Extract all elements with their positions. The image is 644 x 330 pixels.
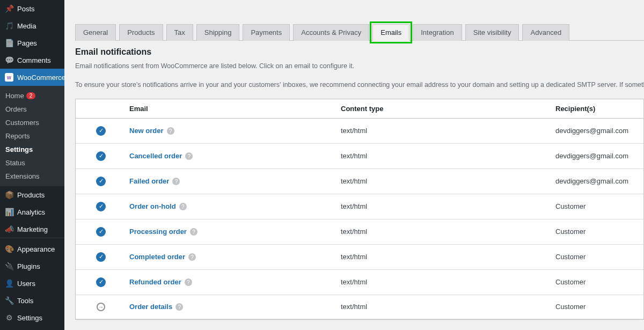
- table-row[interactable]: ✓Order on-hold?text/htmlCustomer: [76, 194, 643, 219]
- sidebar-item-marketing[interactable]: 📣 Marketing: [0, 221, 64, 238]
- sidebar-item-label: Pages: [17, 39, 37, 47]
- sidebar-item-label: Posts: [17, 5, 35, 13]
- help-icon[interactable]: ?: [188, 253, 196, 261]
- table-row[interactable]: ✓Refunded order?text/htmlCustomer: [76, 270, 643, 295]
- sidebar-item-woocommerce[interactable]: w WooCommerce: [0, 69, 64, 86]
- help-icon[interactable]: ?: [172, 178, 180, 185]
- sidebar-item-products[interactable]: 📦 Products: [0, 186, 64, 203]
- sidebar-sub-customers[interactable]: Customers: [0, 116, 64, 129]
- sidebar-item-analytics[interactable]: 📊 Analytics: [0, 203, 64, 221]
- sidebar-item-label: Plugins: [17, 262, 40, 270]
- tab-accounts-privacy[interactable]: Accounts & Privacy: [293, 24, 369, 41]
- tab-payments[interactable]: Payments: [243, 24, 290, 41]
- sidebar-sub-label: Home: [5, 92, 24, 100]
- help-icon[interactable]: ?: [167, 127, 174, 135]
- sidebar-sub-reports[interactable]: Reports: [0, 129, 64, 143]
- content-type: text/html: [341, 253, 555, 261]
- brush-icon: 🎨: [4, 244, 14, 254]
- sidebar-sub-home[interactable]: Home 2: [0, 89, 64, 102]
- sidebar-submenu-woocommerce: Home 2 Orders Customers Reports Settings…: [0, 86, 64, 186]
- table-row[interactable]: ✓Completed order?text/htmlCustomer: [76, 245, 643, 270]
- table-row[interactable]: ✓New order?text/htmldevdiggers@gmail.com: [76, 119, 643, 144]
- sidebar-sub-extensions[interactable]: Extensions: [0, 170, 64, 183]
- content-type: text/html: [341, 127, 555, 135]
- collapse-menu[interactable]: ◀ Collapse menu: [0, 326, 64, 330]
- section-title: Email notifications: [75, 47, 644, 57]
- help-icon[interactable]: ?: [185, 278, 192, 286]
- sidebar-sub-orders[interactable]: Orders: [0, 102, 64, 116]
- recipient: Customer: [555, 253, 643, 261]
- sidebar-item-plugins[interactable]: 🔌 Plugins: [0, 258, 64, 275]
- header-recipient: Recipient(s): [555, 105, 643, 113]
- header-type: Content type: [341, 105, 555, 113]
- check-icon: ✓: [96, 177, 106, 186]
- tab-advanced[interactable]: Advanced: [522, 24, 569, 41]
- recipient: devdiggers@gmail.com: [555, 177, 643, 185]
- emails-table: Email Content type Recipient(s) ✓New ord…: [75, 99, 644, 320]
- pin-icon: 📌: [4, 4, 14, 13]
- sidebar-item-label: Tools: [17, 297, 33, 305]
- email-link[interactable]: Order on-hold: [129, 202, 176, 210]
- recipient: Customer: [555, 228, 643, 236]
- sidebar-item-media[interactable]: 🎵 Media: [0, 17, 64, 34]
- page-icon: 📄: [4, 38, 14, 48]
- email-link[interactable]: Failed order: [129, 177, 169, 185]
- sidebar-item-label: Analytics: [17, 208, 45, 216]
- sidebar-item-posts[interactable]: 📌 Posts: [0, 0, 64, 17]
- table-row[interactable]: ✓Failed order?text/htmldevdiggers@gmail.…: [76, 169, 643, 194]
- email-link[interactable]: Order details: [129, 303, 172, 311]
- email-link[interactable]: New order: [129, 127, 164, 135]
- content-type: text/html: [341, 303, 555, 311]
- woocommerce-icon: w: [4, 72, 14, 82]
- email-link[interactable]: Processing order: [129, 228, 187, 236]
- sidebar-item-pages[interactable]: 📄 Pages: [0, 34, 64, 52]
- tab-site-visibility[interactable]: Site visibility: [465, 24, 519, 41]
- recipient: Customer: [555, 278, 643, 286]
- table-row[interactable]: ✓Processing order?text/htmlCustomer: [76, 219, 643, 245]
- tab-tax[interactable]: Tax: [166, 24, 193, 41]
- sidebar-sub-label: Extensions: [5, 172, 40, 180]
- sidebar-item-label: WooCommerce: [17, 74, 65, 82]
- sidebar-item-label: Comments: [17, 56, 51, 64]
- email-link[interactable]: Completed order: [129, 253, 185, 261]
- media-icon: 🎵: [4, 21, 14, 31]
- table-row[interactable]: ✓Cancelled order?text/htmldevdiggers@gma…: [76, 144, 643, 169]
- sidebar-item-settings[interactable]: ⚙ Settings: [0, 309, 64, 326]
- sidebar-item-tools[interactable]: 🔧 Tools: [0, 292, 64, 309]
- email-link[interactable]: Cancelled order: [129, 152, 182, 160]
- email-link[interactable]: Refunded order: [129, 278, 181, 286]
- tab-shipping[interactable]: Shipping: [196, 24, 240, 41]
- help-icon[interactable]: ?: [190, 228, 197, 236]
- sidebar-item-appearance[interactable]: 🎨 Appearance: [0, 240, 64, 258]
- sidebar-item-label: Appearance: [17, 245, 55, 253]
- tab-general[interactable]: General: [75, 24, 116, 41]
- sidebar-sub-status[interactable]: Status: [0, 156, 64, 170]
- sidebar-sub-label: Settings: [5, 145, 33, 153]
- sidebar-item-comments[interactable]: 💬 Comments: [0, 52, 64, 69]
- content-type: text/html: [341, 228, 555, 236]
- sidebar-item-users[interactable]: 👤 Users: [0, 275, 64, 292]
- sidebar-sub-label: Orders: [5, 105, 27, 113]
- recipient: devdiggers@gmail.com: [555, 152, 643, 160]
- table-row[interactable]: →Order details?text/htmlCustomer: [76, 295, 643, 319]
- help-icon[interactable]: ?: [185, 152, 193, 160]
- tab-products[interactable]: Products: [119, 24, 163, 41]
- help-icon[interactable]: ?: [179, 203, 187, 210]
- help-icon[interactable]: ?: [175, 303, 183, 311]
- tab-integration[interactable]: Integration: [413, 24, 462, 41]
- comment-icon: 💬: [4, 55, 14, 65]
- tab-emails[interactable]: Emails: [372, 24, 409, 41]
- check-icon: ✓: [96, 151, 106, 161]
- home-badge: 2: [26, 92, 36, 99]
- check-icon: ✓: [96, 252, 106, 262]
- settings-tabs: General Products Tax Shipping Payments A…: [75, 24, 644, 41]
- sidebar-sub-settings[interactable]: Settings: [0, 143, 64, 156]
- header-email: Email: [126, 105, 341, 113]
- section-desc-line1: Email notifications sent from WooCommerc…: [75, 61, 644, 71]
- sidebar-item-label: Products: [17, 191, 45, 199]
- content-type: text/html: [341, 202, 555, 210]
- check-icon: ✓: [96, 227, 106, 237]
- chart-icon: 📊: [4, 207, 14, 217]
- sidebar-item-label: Users: [17, 280, 35, 288]
- check-icon: ✓: [96, 126, 106, 136]
